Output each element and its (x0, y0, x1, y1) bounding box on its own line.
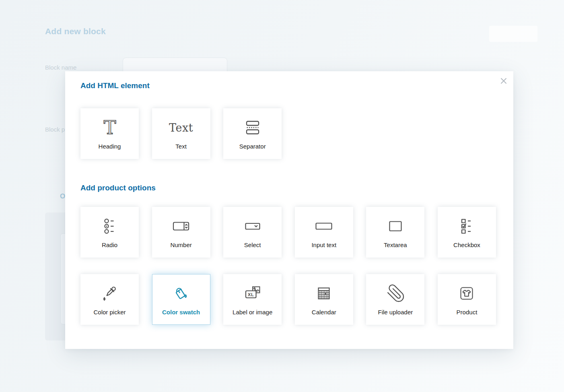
section-html-elements: Add HTML element THeadingTextText Separa… (80, 71, 498, 159)
tile-color-picker[interactable]: Color picker (80, 274, 139, 325)
background-block-name-label: Block name (45, 64, 76, 71)
tile-label: Heading (99, 143, 121, 150)
separator-icon (243, 117, 262, 138)
radio-icon (100, 216, 119, 237)
number-icon (171, 216, 191, 237)
section-title-product-options: Add product options (80, 159, 498, 192)
tile-label: Label or image (233, 309, 272, 316)
background-block-position-label: Block p (45, 126, 65, 133)
tile-radio[interactable]: Radio (80, 207, 139, 258)
background-faded-panel (489, 26, 537, 42)
tile-product[interactable]: Product (438, 274, 496, 325)
tile-label: Text (175, 143, 187, 150)
tile-label: Input text (311, 241, 336, 248)
select-icon (243, 216, 262, 237)
tile-select[interactable]: Select (223, 207, 282, 258)
close-button[interactable] (499, 76, 508, 86)
tile-label: Color picker (93, 309, 126, 316)
product-options-grid: Radio Number Select Input text Textarea … (80, 207, 498, 325)
tile-label: Select (244, 241, 261, 248)
color-picker-icon (100, 283, 119, 304)
tile-color-swatch[interactable]: Color swatch (152, 274, 210, 325)
tile-label: Checkbox (453, 241, 480, 248)
tile-calendar[interactable]: Calendar (295, 274, 353, 325)
tile-file-uploader[interactable]: File uploader (366, 274, 424, 325)
tile-label: Calendar (312, 309, 336, 316)
tile-label: Color swatch (162, 309, 200, 316)
heading-icon: T (100, 117, 119, 138)
tile-label: File uploader (378, 309, 413, 316)
tile-text[interactable]: TextText (152, 108, 210, 159)
tile-label: Separator (239, 143, 266, 150)
section-product-options: Add product options Radio Number Select … (80, 159, 498, 325)
close-icon (500, 77, 508, 85)
section-title-html-element: Add HTML element (80, 71, 498, 90)
add-element-modal: Add HTML element THeadingTextText Separa… (65, 71, 513, 349)
tile-textarea[interactable]: Textarea (366, 207, 424, 258)
tile-number[interactable]: Number (152, 207, 210, 258)
background-page-title: Add new block (45, 27, 106, 36)
tile-heading[interactable]: THeading (80, 108, 139, 159)
checkbox-icon (457, 216, 476, 237)
textarea-icon (386, 216, 405, 237)
text-icon: Text (169, 117, 193, 138)
product-icon (457, 283, 476, 304)
tile-separator[interactable]: Separator (223, 108, 282, 159)
tile-label: Product (457, 309, 478, 316)
tile-label: Textarea (384, 241, 407, 248)
background-options-heading-partial: O (60, 192, 65, 200)
tile-label: Number (170, 241, 191, 248)
tile-label-or-image[interactable]: XLLabel or image (223, 274, 282, 325)
input-text-icon (314, 216, 333, 237)
calendar-icon (314, 283, 333, 304)
label-or-image-icon: XL (243, 283, 262, 304)
svg-text:T: T (103, 118, 116, 137)
color-swatch-icon (171, 283, 191, 304)
svg-text:XL: XL (248, 292, 254, 297)
tile-checkbox[interactable]: Checkbox (438, 207, 496, 258)
file-uploader-icon (386, 283, 405, 304)
html-elements-grid: THeadingTextText Separator (80, 108, 498, 159)
tile-label: Radio (102, 241, 117, 248)
tile-input-text[interactable]: Input text (295, 207, 353, 258)
